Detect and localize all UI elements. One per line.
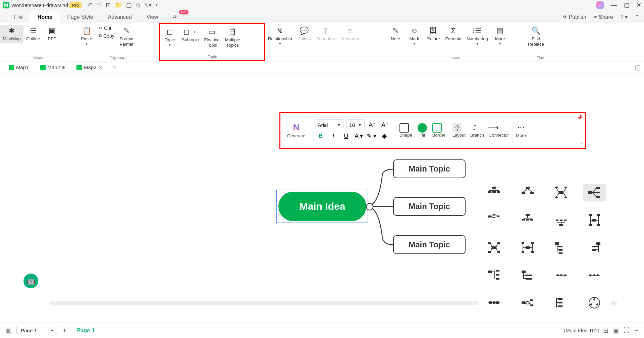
picture-button[interactable]: 🖼Picture [424,25,442,43]
shape-icon[interactable] [399,123,409,133]
subtopic-button[interactable]: ◻→Subtopic [179,26,202,44]
outline-button[interactable]: ☰Outline [23,25,43,43]
topic-button[interactable]: ◻Topic▼ [160,26,179,48]
fullscreen-icon[interactable]: ⛶ [624,327,630,334]
bold-button[interactable]: B [316,131,326,141]
copy-button[interactable]: ⧉Copy [98,32,115,39]
cut-button[interactable]: ✂Cut [98,25,115,32]
doc-tab-map2[interactable]: Map2 [35,62,70,72]
more-options-button[interactable]: ⋯ [516,123,526,132]
close-icon[interactable]: ✕ [636,1,641,9]
tab-home[interactable]: Home [30,11,60,23]
maximize-icon[interactable]: ▢ [624,1,630,9]
increase-font-button[interactable]: A⁺ [367,120,377,130]
layout-option-15[interactable] [549,267,573,284]
print-icon[interactable]: ⎙ [136,2,140,9]
user-avatar[interactable]: ◡ [596,1,604,9]
tab-pagestyle[interactable]: Page Style [60,11,100,23]
add-tab-button[interactable]: + [109,63,120,71]
paste-button[interactable]: 📋Paste▼ [77,25,96,47]
italic-button[interactable]: I [328,131,338,141]
border-icon[interactable] [432,123,442,133]
font-select[interactable]: Arial▼ [315,119,343,130]
collapse-ribbon-icon[interactable]: ⌃ [635,14,639,20]
layout-option-18[interactable] [516,294,539,311]
layout-option-5[interactable] [482,211,506,229]
page-tab[interactable]: Page-1 [71,325,101,336]
numbering-button[interactable]: ⁝☰Numbering▼ [464,25,491,47]
layout-option-10[interactable] [516,239,539,256]
share-button[interactable]: ∝Share [594,14,613,20]
page-select[interactable]: Page-1▼ [16,326,58,335]
open-icon[interactable]: 📁 [115,1,122,9]
layout-option-7[interactable] [549,211,573,229]
note-button[interactable]: ✎Note [386,25,405,43]
add-page-button[interactable]: + [63,327,66,334]
zoom-out-icon[interactable]: − [634,327,638,334]
publish-button[interactable]: ✈Publish [563,14,586,20]
main-idea-node[interactable]: Main Idea [278,192,366,221]
expand-corner-icon[interactable]: ⌟ [581,140,583,144]
canvas[interactable]: Main Idea − Main Topic Main Topic Main T… [0,74,644,322]
close-tab-icon[interactable]: ✕ [99,65,103,70]
layout-option-9[interactable] [482,239,506,256]
font-size-select[interactable]: 18▼ [346,119,365,130]
mark-button[interactable]: ☺Mark▼ [405,25,424,47]
layout-option-12[interactable] [583,239,606,256]
tab-advanced[interactable]: Advanced [101,11,139,23]
layout-option-4[interactable] [583,184,606,201]
decrease-font-button[interactable]: A⁻ [380,120,390,130]
layout-option-22[interactable] [516,322,539,322]
pin-icon[interactable]: 📌 [577,115,583,120]
relationship-button[interactable]: ↯Relationship▼ [265,25,295,47]
highlight-color-button[interactable]: ✎ ▾ [367,131,377,141]
ppt-button[interactable]: ▣PPT [43,25,61,43]
more-button[interactable]: ▤More▼ [491,25,509,47]
layout-option-8[interactable] [583,211,606,229]
layout-option-20[interactable] [583,294,606,311]
layout-option-14[interactable] [516,267,539,284]
floating-topic-button[interactable]: ▭Floating Topic [202,26,222,49]
layout-option-16[interactable] [583,267,606,284]
tab-view[interactable]: View [139,11,165,23]
font-color-button[interactable]: A ▾ [354,131,364,141]
doc-tab-map3[interactable]: Map3✕ [71,62,108,73]
minimize-icon[interactable]: — [611,2,617,9]
redo-icon[interactable]: ↷ [97,1,102,9]
help-icon[interactable]: ? ▾ [621,14,628,20]
layout-option-2[interactable] [516,184,539,201]
view-mode-2-icon[interactable]: ▣ [613,327,619,334]
layout-option-17[interactable] [482,294,506,311]
mindmap-button[interactable]: ✱MindMap [0,25,23,43]
clear-format-button[interactable]: ◆ [379,131,389,141]
tab-file[interactable]: File [7,11,30,23]
collapse-node-icon[interactable]: − [366,203,373,210]
new-icon[interactable]: ⊞ [106,1,111,9]
side-panel-toggle-icon[interactable]: ◫ [635,64,641,71]
find-replace-button[interactable]: 🔍Find Replace [525,25,547,48]
layout-option-1[interactable] [482,184,506,201]
formula-button[interactable]: ΣFormula [442,25,464,43]
undo-icon[interactable]: ↶ [88,1,93,9]
underline-button[interactable]: U [341,131,351,141]
outline-view-icon[interactable]: ▥ [6,327,12,334]
export-icon[interactable]: ⇱▾ [144,1,152,9]
layout-button[interactable]: ⊹ [452,123,462,133]
layout-option-11[interactable] [549,239,573,256]
layout-option-19[interactable] [549,294,573,311]
layout-option-13[interactable] [482,267,506,284]
view-mode-1-icon[interactable]: ⊞ [603,327,608,334]
tab-ai[interactable]: AIHot [165,11,185,23]
format-painter-button[interactable]: ✎Format Painter [117,25,136,48]
layout-option-21[interactable] [482,322,506,322]
layout-option-3[interactable] [549,184,573,201]
connector-button[interactable]: ⟶ [489,123,498,133]
layout-option-6[interactable] [516,211,539,229]
generate-button[interactable]: Generate [287,133,305,138]
doc-tab-map1[interactable]: Map1 [3,62,34,72]
qat-customize-icon[interactable]: ▾ [156,3,158,7]
fill-icon[interactable] [418,123,427,133]
save-icon[interactable]: ▢ [126,1,132,9]
branch-button[interactable]: ⤴ [470,123,480,133]
multiple-topics-button[interactable]: ⇶Multiple Topics [222,26,243,49]
